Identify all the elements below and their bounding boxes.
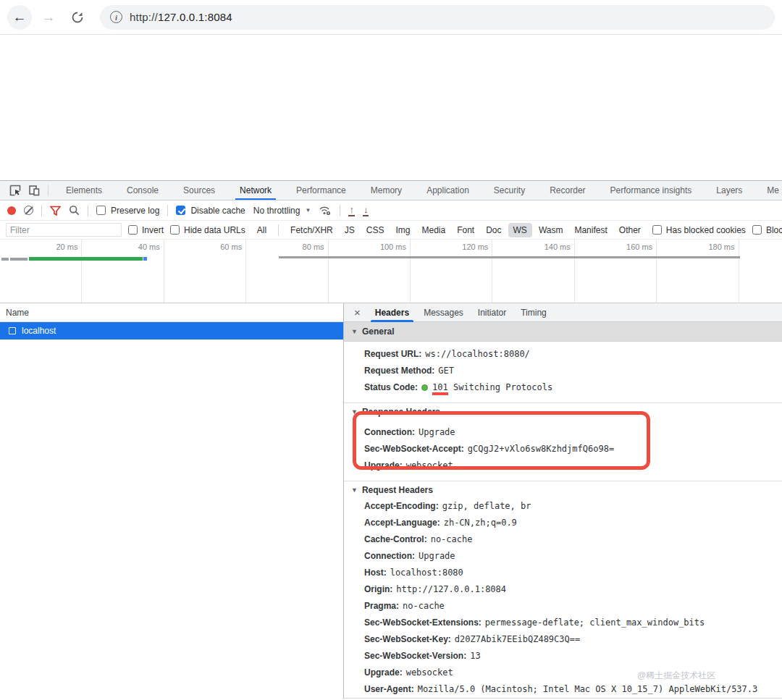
throttling-select[interactable]: No throttling ▼ xyxy=(253,206,311,216)
import-har-icon[interactable]: ↑ xyxy=(348,204,355,216)
header-value: zh-CN,zh;q=0.9 xyxy=(444,518,517,528)
waterfall-bar-green xyxy=(29,257,143,261)
waterfall-bar-gray xyxy=(10,258,28,261)
status-green-dot-icon xyxy=(421,384,428,391)
devtools-tab[interactable]: Recorder xyxy=(547,181,588,201)
section-response-headers[interactable]: ▼ Response Headers xyxy=(344,402,782,419)
header-value: no-cache xyxy=(431,534,473,544)
name-column-header[interactable]: Name xyxy=(0,303,343,322)
divider xyxy=(340,205,340,216)
detail-tab[interactable]: Messages xyxy=(416,303,471,322)
network-overview-timeline[interactable]: 20 ms 40 ms 60 ms 80 ms 100 ms 120 ms 14… xyxy=(0,240,782,303)
filter-chip[interactable]: Media xyxy=(416,223,450,237)
page-content xyxy=(0,35,782,180)
request-row-localhost[interactable]: localhost xyxy=(0,322,343,340)
close-details-icon[interactable]: × xyxy=(350,306,365,319)
section-request-headers[interactable]: ▼ Request Headers xyxy=(344,481,782,497)
devtools-tab[interactable]: Application xyxy=(424,181,472,201)
filter-input[interactable] xyxy=(6,223,122,237)
header-row: Request Method:GET xyxy=(344,363,782,379)
header-row: User-Agent:Mozilla/5.0 (Macintosh; Intel… xyxy=(344,681,782,698)
header-key: Upgrade: xyxy=(364,460,403,471)
devtools-tab[interactable]: Me xyxy=(764,181,782,201)
devtools-tab[interactable]: Elements xyxy=(63,181,105,201)
header-value: no-cache xyxy=(403,601,445,611)
devtools-panel: Elements Console Sources Network Perform… xyxy=(0,180,782,699)
header-value: websocket xyxy=(406,667,453,678)
devtools-tab[interactable]: Network xyxy=(237,181,274,201)
devtools-tabbar: Elements Console Sources Network Perform… xyxy=(0,181,782,201)
hide-data-urls-filter[interactable]: Hide data URLs xyxy=(170,225,245,235)
site-info-icon[interactable]: i xyxy=(110,11,122,23)
invert-checkbox[interactable] xyxy=(128,225,138,235)
header-key: Sec-WebSocket-Key: xyxy=(364,634,451,644)
divider xyxy=(48,185,49,196)
export-har-icon[interactable]: ↓ xyxy=(363,204,369,216)
disable-cache-label[interactable]: Disable cache xyxy=(190,206,245,216)
url-text[interactable]: http://127.0.0.1:8084 xyxy=(130,11,232,23)
filter-chip[interactable]: Other xyxy=(614,223,646,237)
devtools-tab-label: Console xyxy=(127,185,159,195)
header-value: 13 xyxy=(470,651,480,661)
devtools-tab[interactable]: Memory xyxy=(368,181,405,201)
network-conditions-icon[interactable] xyxy=(319,206,332,216)
clear-network-log-icon[interactable] xyxy=(24,206,33,215)
header-value: localhost:8080 xyxy=(390,568,463,578)
header-row: Upgrade:websocket xyxy=(344,457,782,474)
invert-filter[interactable]: Invert xyxy=(128,225,164,235)
has-blocked-cookies-filter[interactable]: Has blocked cookies xyxy=(652,225,746,235)
detail-tab[interactable]: Headers xyxy=(368,303,416,322)
filter-chip[interactable]: JS xyxy=(340,223,360,237)
filter-chip-all[interactable]: All xyxy=(252,223,272,237)
devtools-tab[interactable]: Layers xyxy=(713,181,745,201)
reload-icon xyxy=(71,11,84,24)
section-request-headers-title: Request Headers xyxy=(362,485,433,495)
inspect-element-button[interactable] xyxy=(6,181,25,200)
search-icon[interactable] xyxy=(69,205,80,216)
filter-chip[interactable]: Img xyxy=(390,223,415,237)
filter-chip[interactable]: Manifest xyxy=(569,223,612,237)
header-row: Accept-Encoding:gzip, deflate, br xyxy=(344,498,782,515)
preserve-log-label[interactable]: Preserve log xyxy=(111,206,159,216)
filter-icon[interactable] xyxy=(50,206,61,216)
detail-tab-list: Headers Messages Initiator Timing xyxy=(368,303,554,322)
devtools-tab[interactable]: Console xyxy=(124,181,161,201)
devtools-tab[interactable]: Performance insights xyxy=(607,181,695,201)
devtools-tab-label: Layers xyxy=(716,185,742,195)
back-button[interactable]: ← xyxy=(7,5,32,30)
header-key: Accept-Encoding: xyxy=(364,501,439,511)
devtools-tab[interactable]: Sources xyxy=(180,181,218,201)
address-bar[interactable]: i http://127.0.0.1:8084 xyxy=(100,5,775,30)
has-blocked-cookies-checkbox[interactable] xyxy=(652,225,662,235)
device-toolbar-button[interactable] xyxy=(25,181,43,200)
record-network-log-button[interactable] xyxy=(7,206,16,215)
filter-chip[interactable]: Wasm xyxy=(534,223,568,237)
section-general[interactable]: ▼ General xyxy=(344,322,782,342)
blocked-requests-checkbox[interactable] xyxy=(752,225,762,235)
detail-tab[interactable]: Timing xyxy=(513,303,554,322)
forward-button[interactable]: → xyxy=(36,5,61,30)
divider xyxy=(167,205,168,216)
request-details-panel: × Headers Messages Initiator Timing ▼ Ge… xyxy=(343,303,782,699)
url-scheme: http:// xyxy=(130,11,158,23)
blocked-requests-filter[interactable]: Blocked xyxy=(752,225,782,235)
preserve-log-checkbox[interactable] xyxy=(96,206,106,215)
filter-chip[interactable]: Font xyxy=(452,223,479,237)
header-row: Accept-Language:zh-CN,zh;q=0.9 xyxy=(344,515,782,531)
filter-chip[interactable]: Doc xyxy=(481,223,506,237)
devtools-tab[interactable]: Security xyxy=(491,181,528,201)
filter-chip[interactable]: Fetch/XHR xyxy=(285,223,338,237)
devtools-tab-label: Memory xyxy=(371,185,402,195)
filter-chip[interactable]: WS xyxy=(508,223,532,237)
hide-data-urls-checkbox[interactable] xyxy=(170,225,180,235)
disable-cache-checkbox[interactable] xyxy=(176,206,185,215)
filter-chip[interactable]: CSS xyxy=(361,223,390,237)
header-key: Connection: xyxy=(364,427,415,437)
header-value: d20Z7Abik7EEibQZ489C3Q== xyxy=(455,634,580,644)
detail-tab[interactable]: Initiator xyxy=(471,303,513,322)
waterfall-bar-pending xyxy=(279,256,740,258)
devtools-tab[interactable]: Performance xyxy=(293,181,349,201)
request-name: localhost xyxy=(22,326,56,336)
reload-button[interactable] xyxy=(65,5,90,30)
devtools-tab-label: Elements xyxy=(66,185,102,195)
